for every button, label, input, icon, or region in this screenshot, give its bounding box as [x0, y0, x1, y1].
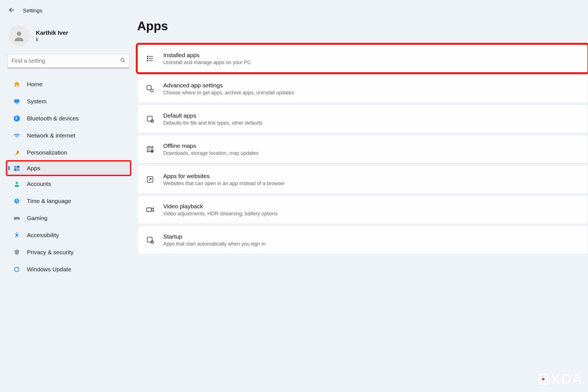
- open-external-icon: [145, 174, 155, 185]
- sidebar-item-update[interactable]: Windows Update: [7, 261, 130, 277]
- sidebar-item-label: Windows Update: [27, 266, 71, 273]
- search-input[interactable]: [11, 58, 120, 64]
- svg-point-13: [16, 232, 17, 234]
- map-icon: [145, 144, 155, 155]
- sidebar-item-apps[interactable]: Apps: [6, 160, 131, 176]
- svg-rect-8: [17, 166, 19, 168]
- card-apps-for-websites[interactable]: Apps for websites Websites that can open…: [137, 165, 588, 194]
- sidebar-item-home[interactable]: Home: [7, 76, 130, 92]
- sidebar-item-label: Accounts: [27, 181, 51, 187]
- svg-rect-9: [14, 169, 17, 171]
- sidebar-item-label: Accessibility: [27, 232, 59, 239]
- system-icon: [13, 97, 21, 105]
- list-icon: [145, 53, 155, 64]
- svg-point-18: [147, 60, 148, 61]
- sidebar-item-time[interactable]: Time & language: [7, 193, 130, 209]
- video-icon: [145, 204, 155, 215]
- card-title: Offline maps: [163, 143, 258, 149]
- sidebar-item-label: Bluetooth & devices: [27, 115, 79, 122]
- card-desc: Downloads, storage location, map updates: [163, 150, 258, 156]
- back-icon[interactable]: [8, 7, 15, 15]
- sidebar-item-label: Home: [27, 81, 43, 88]
- brush-icon: [13, 149, 21, 157]
- card-desc: Websites that can open in an app instead…: [163, 181, 285, 186]
- sidebar-item-label: Privacy & security: [27, 249, 74, 256]
- profile-sub: k: [36, 36, 68, 43]
- watermark-xda: XDA: [538, 371, 583, 388]
- card-default-apps[interactable]: Default apps Defaults for file and link …: [137, 105, 588, 133]
- svg-point-1: [17, 32, 21, 36]
- svg-rect-7: [14, 166, 17, 168]
- sidebar-item-label: Apps: [27, 165, 40, 172]
- card-desc: Video adjustments, HDR streaming, batter…: [163, 211, 278, 217]
- sidebar-item-label: Personalization: [27, 149, 67, 156]
- avatar: [8, 25, 30, 46]
- card-desc: Uninstall and manage apps on your PC: [163, 60, 251, 66]
- card-offline-maps[interactable]: Offline maps Downloads, storage location…: [137, 135, 588, 164]
- startup-icon: [145, 235, 155, 245]
- sidebar-item-bluetooth[interactable]: Bluetooth & devices: [7, 110, 130, 126]
- svg-point-14: [147, 56, 148, 57]
- sidebar-item-privacy[interactable]: Privacy & security: [7, 244, 130, 260]
- gamepad-icon: [13, 214, 21, 222]
- page-title: Apps: [137, 19, 588, 44]
- profile-name: Karthik Iver: [36, 29, 68, 36]
- titlebar: Settings: [7, 6, 130, 21]
- app-gear-icon: [145, 83, 155, 94]
- card-title: Video playback: [163, 203, 278, 210]
- xda-logo-icon: [538, 374, 548, 385]
- sidebar-item-accounts[interactable]: Accounts: [7, 176, 130, 192]
- card-advanced-app-settings[interactable]: Advanced app settings Choose where to ge…: [137, 74, 588, 103]
- card-desc: Choose where to get apps, archive apps, …: [163, 90, 294, 96]
- sidebar-item-accessibility[interactable]: Accessibility: [7, 227, 130, 243]
- card-title: Apps for websites: [163, 173, 285, 179]
- sidebar-item-label: Network & internet: [27, 132, 75, 139]
- shield-icon: [13, 248, 21, 256]
- svg-line-3: [124, 61, 125, 62]
- svg-point-2: [121, 58, 124, 61]
- svg-rect-26: [147, 208, 151, 211]
- search-icon: [120, 57, 126, 64]
- home-icon: [13, 80, 21, 88]
- sidebar-item-personalization[interactable]: Personalization: [7, 144, 130, 160]
- svg-rect-22: [147, 116, 152, 121]
- profile[interactable]: Karthik Iver k: [7, 21, 130, 54]
- globe-clock-icon: [13, 197, 21, 205]
- settings-list: Installed apps Uninstall and manage apps…: [137, 44, 588, 254]
- svg-point-21: [150, 89, 153, 92]
- sidebar-item-system[interactable]: System: [7, 93, 130, 109]
- card-installed-apps[interactable]: Installed apps Uninstall and manage apps…: [137, 44, 588, 73]
- svg-point-11: [16, 182, 18, 184]
- sidebar-item-network[interactable]: Network & internet: [7, 127, 130, 143]
- svg-rect-4: [14, 99, 19, 103]
- card-title: Startup: [163, 233, 265, 240]
- sidebar-nav: Home System Bluetooth & devices Network …: [7, 76, 130, 277]
- card-desc: Defaults for file and link types, other …: [163, 120, 262, 126]
- update-icon: [13, 265, 21, 273]
- person-icon: [13, 180, 21, 188]
- sidebar-item-gaming[interactable]: Gaming: [7, 210, 130, 226]
- window-title: Settings: [23, 8, 42, 14]
- card-startup[interactable]: Startup Apps that start automatically wh…: [137, 226, 588, 254]
- sidebar: Settings Karthik Iver k Home: [0, 0, 137, 392]
- svg-rect-27: [147, 237, 152, 242]
- accessibility-icon: [13, 231, 21, 239]
- card-title: Installed apps: [163, 52, 251, 59]
- svg-point-16: [147, 58, 148, 59]
- sidebar-item-label: Gaming: [27, 215, 48, 221]
- card-title: Advanced app settings: [163, 82, 294, 89]
- main: Apps Installed apps Uninstall and manage…: [137, 0, 588, 392]
- svg-rect-5: [16, 103, 18, 104]
- sidebar-item-label: Time & language: [27, 198, 71, 204]
- default-apps-icon: [145, 114, 155, 124]
- sidebar-item-label: System: [27, 98, 46, 105]
- watermark-text: XDA: [550, 371, 583, 388]
- card-desc: Apps that start automatically when you s…: [163, 241, 265, 247]
- apps-icon: [13, 164, 21, 172]
- card-video-playback[interactable]: Video playback Video adjustments, HDR st…: [137, 195, 588, 224]
- svg-rect-20: [147, 86, 151, 90]
- svg-rect-10: [17, 169, 19, 171]
- card-title: Default apps: [163, 112, 262, 119]
- bluetooth-icon: [13, 115, 21, 122]
- search-box[interactable]: [7, 54, 130, 68]
